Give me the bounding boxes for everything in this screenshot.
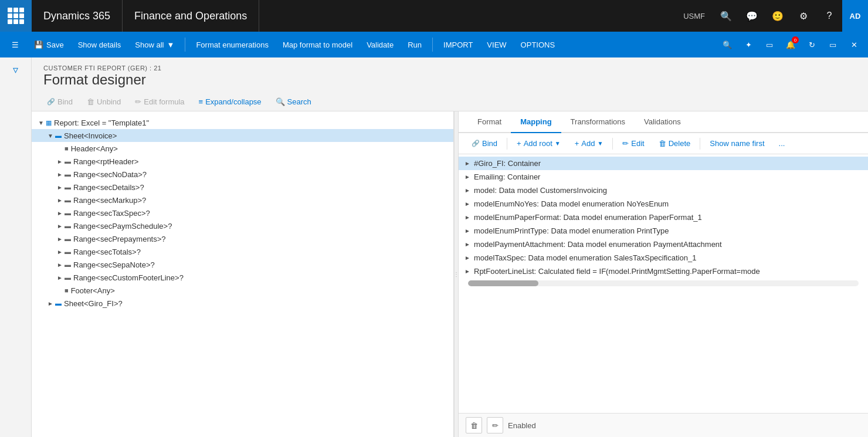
tree-item[interactable]: ■ Footer<Any> bbox=[32, 284, 453, 297]
pencil-icon: ✏ bbox=[135, 97, 141, 106]
show-name-first-button[interactable]: Show name first bbox=[704, 137, 770, 150]
tree-item[interactable]: ► ▬ Range<secSepaNote>? bbox=[32, 258, 453, 271]
tree-item[interactable]: ► ▬ Range<secNoData>? bbox=[32, 168, 453, 181]
app-name: Dynamics 365 bbox=[32, 0, 123, 32]
footer-icon: ■ bbox=[65, 287, 69, 294]
trash-icon: 🗑 bbox=[470, 421, 478, 430]
add-root-button[interactable]: + Add root ▼ bbox=[511, 137, 567, 150]
unbind-button[interactable]: 🗑 Unbind bbox=[81, 95, 127, 109]
delete-bottom-button[interactable]: 🗑 bbox=[466, 417, 482, 433]
ds-item[interactable]: ► modelEnumNoYes: Data model enumeration… bbox=[459, 197, 868, 211]
message-icon[interactable]: 💬 bbox=[739, 0, 765, 32]
app-grid-button[interactable] bbox=[0, 0, 32, 32]
tree-item[interactable]: ► ▬ Range<secPrepayments>? bbox=[32, 232, 453, 245]
chevron-down-icon: ▼ bbox=[597, 140, 603, 147]
run-button[interactable]: Run bbox=[402, 38, 428, 52]
ds-item[interactable]: ► modelEnumPaperFormat: Data model enume… bbox=[459, 211, 868, 224]
delete-button[interactable]: 🗑 Delete bbox=[653, 137, 697, 150]
tab-mapping[interactable]: Mapping bbox=[511, 111, 561, 133]
pin-icon[interactable]: ✦ bbox=[739, 35, 758, 54]
tree-item[interactable]: ■ Header<Any> bbox=[32, 142, 453, 155]
pencil-icon: ✏ bbox=[492, 421, 499, 430]
ds-item[interactable]: ► RptFooterLineList: Calculated field = … bbox=[459, 265, 868, 278]
expand-icon: ► bbox=[55, 157, 65, 166]
separator-1 bbox=[185, 38, 185, 52]
edit-button[interactable]: ✏ Edit bbox=[616, 137, 650, 150]
close-icon[interactable]: ✕ bbox=[845, 35, 863, 54]
avatar[interactable]: AD bbox=[842, 0, 868, 32]
expand-arrow-icon: ► bbox=[463, 254, 472, 262]
tree-item[interactable]: ► ▬ Range<secDetails>? bbox=[32, 181, 453, 194]
refresh-icon[interactable]: ↻ bbox=[802, 35, 821, 54]
ds-item[interactable]: ► Emailing: Container bbox=[459, 170, 868, 184]
hamburger-menu-icon[interactable]: ☰ bbox=[5, 32, 26, 57]
search-bar-icon[interactable]: 🔍 bbox=[718, 35, 737, 54]
ds-item[interactable]: ► modelEnumPrintType: Data model enumera… bbox=[459, 224, 868, 238]
expand-icon: ► bbox=[55, 247, 65, 256]
help-icon[interactable]: ? bbox=[816, 0, 842, 32]
expand-icon bbox=[55, 286, 65, 295]
edit-bottom-button[interactable]: ✏ bbox=[487, 417, 503, 433]
panel-icon[interactable]: ▭ bbox=[760, 35, 779, 54]
view-button[interactable]: VIEW bbox=[481, 38, 512, 52]
filter-icon[interactable]: ▿ bbox=[13, 63, 18, 76]
expand-icon: ► bbox=[55, 273, 65, 282]
tree-item[interactable]: ► ▬ Range<secPaymSchedule>? bbox=[32, 219, 453, 232]
tab-format[interactable]: Format bbox=[468, 111, 511, 133]
more-options-button[interactable]: ... bbox=[773, 137, 791, 150]
horizontal-scrollbar[interactable] bbox=[468, 280, 859, 286]
collapse-icon: ▼ bbox=[36, 118, 46, 127]
validate-button[interactable]: Validate bbox=[361, 38, 399, 52]
tree-item[interactable]: ► ▬ Sheet<Giro_FI>? bbox=[32, 297, 453, 310]
range-icon: ▬ bbox=[65, 248, 71, 255]
open-new-icon[interactable]: ▭ bbox=[823, 35, 842, 54]
tree-item[interactable]: ► ▬ Range<secMarkup>? bbox=[32, 194, 453, 206]
expand-arrow-icon: ► bbox=[463, 240, 472, 249]
expand-icon: ► bbox=[55, 208, 65, 218]
options-button[interactable]: OPTIONS bbox=[515, 38, 561, 52]
show-all-button[interactable]: Show all ▼ bbox=[129, 38, 180, 52]
show-details-button[interactable]: Show details bbox=[72, 38, 127, 52]
panel-divider[interactable]: ⋮ bbox=[454, 111, 459, 437]
tab-validations[interactable]: Validations bbox=[635, 111, 690, 133]
save-button[interactable]: 💾 Save bbox=[28, 38, 70, 52]
action-bar-right: 🔍 ✦ ▭ 🔔 0 ↻ ▭ ✕ bbox=[718, 35, 863, 54]
ds-item[interactable]: ► model: Data model CustomersInvoicing bbox=[459, 184, 868, 197]
tree-item[interactable]: ▼ ▬ Sheet<Invoice> bbox=[32, 129, 453, 142]
ds-item[interactable]: ► modelPaymentAttachment: Data model enu… bbox=[459, 238, 868, 251]
tree-item[interactable]: ► ▬ Range<secTotals>? bbox=[32, 245, 453, 258]
smiley-icon[interactable]: 🙂 bbox=[765, 0, 791, 32]
import-button[interactable]: IMPORT bbox=[438, 38, 479, 52]
tree-item[interactable]: ► ▬ Range<secCustomFooterLine>? bbox=[32, 271, 453, 284]
pencil-icon: ✏ bbox=[622, 139, 629, 148]
add-button[interactable]: + Add ▼ bbox=[569, 137, 609, 150]
ds-item[interactable]: ► #Giro_FI: Container bbox=[459, 157, 868, 170]
tab-transformations[interactable]: Transformations bbox=[561, 111, 635, 133]
user-label: USMF bbox=[675, 12, 713, 21]
chevron-down-icon: ▼ bbox=[167, 40, 175, 49]
settings-icon[interactable]: ⚙ bbox=[791, 0, 816, 32]
scrollbar-thumb bbox=[468, 280, 538, 286]
tree-item[interactable]: ► ▬ Range<rptHeader> bbox=[32, 155, 453, 168]
plus-icon: + bbox=[517, 139, 521, 148]
map-format-button[interactable]: Map format to model bbox=[277, 38, 358, 52]
format-enumerations-button[interactable]: Format enumerations bbox=[190, 38, 274, 52]
search-icon[interactable]: 🔍 bbox=[713, 0, 739, 32]
mapping-sep-3 bbox=[700, 138, 700, 150]
notification-icon[interactable]: 🔔 0 bbox=[781, 35, 800, 54]
bind-button[interactable]: 🔗 Bind bbox=[41, 95, 79, 109]
expand-icon: ► bbox=[55, 182, 65, 192]
ds-item[interactable]: ► modelTaxSpec: Data model enumeration S… bbox=[459, 251, 868, 265]
expand-collapse-button[interactable]: ≡ Expand/collapse bbox=[193, 95, 267, 109]
range-icon: ▬ bbox=[65, 184, 71, 191]
expand-icon: ≡ bbox=[199, 97, 204, 106]
designer-toolbar: 🔗 Bind 🗑 Unbind ✏ Edit formula ≡ Expand/… bbox=[32, 93, 868, 111]
tree-item[interactable]: ▼ ▦ Report: Excel = "Template1" bbox=[32, 116, 453, 129]
empty-area bbox=[459, 289, 868, 324]
trash-icon: 🗑 bbox=[659, 139, 666, 148]
mapping-bind-button[interactable]: 🔗 Bind bbox=[466, 137, 503, 150]
tree-item[interactable]: ► ▬ Range<secTaxSpec>? bbox=[32, 206, 453, 219]
edit-formula-button[interactable]: ✏ Edit formula bbox=[129, 95, 190, 109]
search-button[interactable]: 🔍 Search bbox=[270, 95, 317, 109]
sheet-icon: ▬ bbox=[55, 132, 62, 139]
